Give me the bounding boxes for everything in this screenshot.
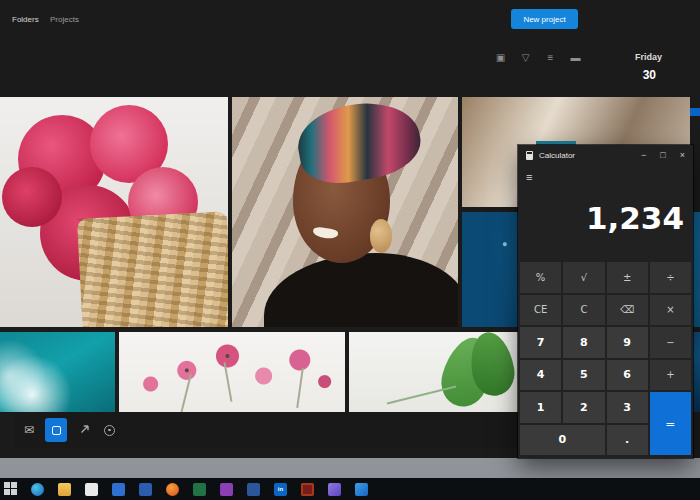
store-icon[interactable]: [85, 483, 98, 496]
file-explorer-icon[interactable]: [58, 483, 71, 496]
key-add[interactable]: +: [650, 360, 691, 391]
flower-stem: [296, 368, 304, 408]
flower-stem: [224, 362, 233, 402]
key-plusminus[interactable]: ±: [607, 262, 648, 293]
key-multiply[interactable]: ×: [650, 295, 691, 326]
key-5[interactable]: 5: [563, 360, 604, 391]
onenote-icon[interactable]: [220, 483, 233, 496]
key-subtract[interactable]: −: [650, 327, 691, 358]
calculator-window: Calculator − □ × ≡ 1,234 % √ ± ÷ CE C ⌫ …: [518, 145, 693, 458]
word-icon[interactable]: [139, 483, 152, 496]
edge-browser-icon[interactable]: [31, 483, 44, 496]
calculator-display: 1,234: [526, 200, 684, 236]
photo-tile-portrait[interactable]: [232, 97, 458, 327]
key-3[interactable]: 3: [607, 392, 648, 423]
key-6[interactable]: 6: [607, 360, 648, 391]
linkedin-icon[interactable]: in: [274, 483, 287, 496]
key-backspace[interactable]: ⌫: [607, 295, 648, 326]
key-1[interactable]: 1: [520, 392, 561, 423]
calculator-keypad: % √ ± ÷ CE C ⌫ × 7 8 9 − 4 5 6 + 1 2 3 =…: [520, 262, 691, 455]
powerpoint-icon[interactable]: [247, 483, 260, 496]
new-project-button[interactable]: New project: [511, 9, 578, 29]
firefox-icon[interactable]: [166, 483, 179, 496]
photo-tile-cosmos[interactable]: [119, 332, 345, 412]
tiles-view-icon: [52, 426, 61, 435]
flower-bloom: [2, 167, 62, 227]
windows-taskbar: in: [0, 478, 700, 500]
key-clear[interactable]: C: [563, 295, 604, 326]
select-icon[interactable]: ▣: [494, 51, 507, 65]
sync-icon[interactable]: [104, 425, 115, 436]
screen: Folders Projects New project ▣ ▽ ≡ ▬ Fri…: [0, 0, 700, 500]
close-button[interactable]: ×: [680, 145, 685, 165]
key-4[interactable]: 4: [520, 360, 561, 391]
photo-tile-leaves[interactable]: [349, 332, 518, 412]
flower-stem: [180, 374, 192, 412]
minimize-button[interactable]: −: [641, 145, 646, 165]
access-icon[interactable]: [301, 483, 314, 496]
date-day-name: Friday: [628, 52, 662, 62]
menu-projects[interactable]: Projects: [50, 15, 79, 24]
key-8[interactable]: 8: [563, 327, 604, 358]
key-clear-entry[interactable]: CE: [520, 295, 561, 326]
photo-tile-flowers-basket[interactable]: [0, 97, 228, 327]
portrait-headwrap: [292, 97, 425, 190]
key-2[interactable]: 2: [563, 392, 604, 423]
header-action-icons: ▣ ▽ ≡ ▬: [494, 51, 582, 65]
key-9[interactable]: 9: [607, 327, 648, 358]
wicker-basket: [77, 211, 228, 327]
key-equals[interactable]: =: [650, 392, 691, 455]
start-button[interactable]: [4, 482, 18, 496]
portrait-earring: [370, 219, 393, 254]
photos-bottom-toolbar: ✉: [15, 412, 518, 448]
excel-icon[interactable]: [193, 483, 206, 496]
key-sqrt[interactable]: √: [563, 262, 604, 293]
portrait-black-top: [264, 253, 458, 327]
maximize-button[interactable]: □: [660, 145, 665, 165]
email-icon[interactable]: ✉: [24, 423, 34, 437]
key-divide[interactable]: ÷: [650, 262, 691, 293]
calculator-app-icon: [526, 151, 533, 160]
date-day-number: 30: [628, 68, 656, 82]
outlook-icon[interactable]: [355, 483, 368, 496]
toggle-view-icon[interactable]: ▬: [569, 51, 582, 65]
menu-folders[interactable]: Folders: [12, 15, 39, 24]
key-0[interactable]: 0: [520, 425, 605, 456]
key-decimal[interactable]: .: [607, 425, 648, 456]
calculator-title: Calculator: [539, 151, 575, 160]
mail-icon[interactable]: [112, 483, 125, 496]
tiles-view-button-selected[interactable]: [45, 418, 67, 442]
share-icon[interactable]: [79, 421, 92, 439]
photos-icon[interactable]: [328, 483, 341, 496]
key-percent[interactable]: %: [520, 262, 561, 293]
hamburger-menu-icon[interactable]: ≡: [526, 171, 532, 183]
key-7[interactable]: 7: [520, 327, 561, 358]
list-view-icon[interactable]: ≡: [544, 51, 557, 65]
calculator-titlebar[interactable]: Calculator − □ ×: [518, 145, 693, 165]
photo-tile-wave[interactable]: [0, 332, 115, 412]
filter-icon[interactable]: ▽: [519, 51, 532, 65]
